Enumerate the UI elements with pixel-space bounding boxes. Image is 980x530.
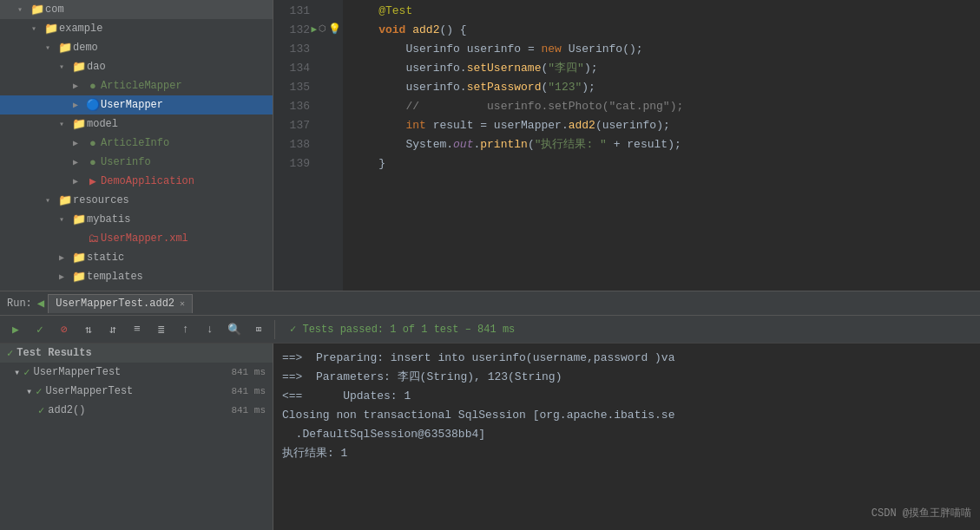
- tree-item-articleinfo[interactable]: ▶ ● ArticleInfo: [0, 134, 273, 153]
- run-indicator-icon: ◀: [37, 296, 44, 311]
- up-button[interactable]: ↑: [175, 320, 196, 339]
- line-numbers: 131 132 133 134 135 136 137 138 139: [273, 0, 317, 291]
- tree-item-demoapplication[interactable]: ▶ ▶ DemoApplication: [0, 172, 273, 191]
- rerun-button[interactable]: ✓: [30, 320, 50, 339]
- run-tab-usermappertest[interactable]: UserMapperTest.add2 ✕: [48, 294, 193, 313]
- tree-arrow: ▾: [17, 4, 30, 15]
- console-panel: ==> Preparing: insert into userinfo(user…: [273, 344, 980, 530]
- tree-arrow: ▾: [31, 23, 43, 34]
- collapse-button[interactable]: ≣: [151, 320, 172, 339]
- test-status-text: Tests passed: 1 of 1 test – 841 ms: [302, 324, 515, 336]
- code-line-136: // userinfo.setPhoto("cat.png");: [352, 97, 980, 116]
- tree-item-example[interactable]: ▾ 📁 example: [0, 19, 273, 38]
- folder-icon: 📁: [43, 22, 59, 36]
- console-line-1: ==> Preparing: insert into userinfo(user…: [282, 349, 971, 368]
- tree-item-usermapper[interactable]: ▶ 🔵 UserMapper: [0, 95, 273, 115]
- code-line-138: System.out.println("执行结果: " + result);: [352, 135, 980, 154]
- down-button[interactable]: ↓: [200, 320, 220, 339]
- folder-icon: 📁: [71, 213, 87, 226]
- stop-button[interactable]: ⊘: [54, 320, 75, 339]
- test-method-label: add2(): [48, 404, 85, 416]
- bottom-content: ✓ Test Results ▾ ✓ UserMapperTest 841 ms…: [0, 344, 980, 530]
- test-results-header: Test Results: [16, 347, 91, 359]
- tree-arrow: ▾: [59, 119, 71, 129]
- close-tab-button[interactable]: ✕: [180, 298, 185, 309]
- tree-item-demo[interactable]: ▾ 📁 demo: [0, 38, 273, 57]
- tree-item-static[interactable]: ▶ 📁 static: [0, 248, 273, 267]
- tree-arrow: ▶: [73, 100, 85, 110]
- tree-arrow: ▶: [59, 252, 71, 263]
- console-line-4: Closing non transactional SqlSession [or…: [282, 406, 971, 425]
- folder-icon: 📁: [57, 193, 73, 207]
- test-class-label-2: UserMapperTest: [45, 385, 133, 397]
- tree-item-templates[interactable]: ▶ 📁 templates: [0, 267, 273, 286]
- project-tree: ▾ 📁 com ▾ 📁 example ▾ 📁 demo ▾ 📁 dao: [0, 0, 273, 291]
- tree-arrow: ▾: [59, 214, 71, 225]
- sort-dur-button[interactable]: ⇵: [102, 320, 123, 339]
- expand-arrow-icon: ▾: [14, 366, 20, 379]
- tree-item-com[interactable]: ▾ 📁 com: [0, 0, 273, 19]
- tree-item-dao[interactable]: ▾ 📁 dao: [0, 57, 273, 76]
- test-result-usermappertest-1[interactable]: ▾ ✓ UserMapperTest 841 ms: [0, 363, 273, 382]
- code-line-139: }: [352, 154, 980, 173]
- test-time-3: 841 ms: [231, 405, 273, 415]
- tree-arrow: ▾: [45, 43, 57, 53]
- class-icon: ●: [85, 156, 101, 169]
- run-button[interactable]: ▶: [5, 320, 26, 339]
- code-line-131: @Test: [352, 2, 980, 21]
- test-result-add2[interactable]: ✓ add2() 841 ms: [0, 401, 273, 420]
- templates-label: templates: [87, 271, 143, 283]
- tree-item-usermapper-xml[interactable]: ▶ 🗂 UserMapper.xml: [0, 229, 273, 248]
- folder-icon: 📁: [71, 270, 87, 284]
- folder-icon: 📁: [71, 117, 87, 131]
- test-result-usermappertest-2[interactable]: ▾ ✓ UserMapperTest 841 ms: [0, 382, 273, 401]
- bottom-panel: Run: ◀ UserMapperTest.add2 ✕ ▶ ✓ ⊘ ⇅ ⇵ ≡…: [0, 291, 980, 530]
- tree-item-userinfo[interactable]: ▶ ● Userinfo: [0, 153, 273, 172]
- tree-item-articlemapper[interactable]: ▶ ● ArticleMapper: [0, 76, 273, 95]
- code-line-134: userinfo.setUsername("李四");: [352, 59, 980, 78]
- folder-icon: 📁: [71, 251, 87, 265]
- tree-arrow: ▶: [73, 81, 85, 91]
- tree-item-resources[interactable]: ▾ 📁 resources: [0, 191, 273, 210]
- xml-icon: 🗂: [85, 232, 101, 245]
- code-content[interactable]: @Test void add2() { Userinfo userinfo = …: [343, 0, 980, 291]
- check-icon: ✓: [23, 366, 30, 379]
- expand-button[interactable]: ≡: [127, 320, 148, 339]
- check-icon-green: ✓: [38, 404, 44, 417]
- tree-arrow: ▶: [73, 176, 85, 186]
- class-icon: ●: [85, 137, 101, 150]
- test-result-row-header[interactable]: ✓ Test Results: [0, 344, 273, 363]
- sort-alpha-button[interactable]: ⇅: [78, 320, 99, 339]
- code-editor[interactable]: 131 132 133 134 135 136 137 138 139 ▶ ⬡ …: [273, 0, 980, 291]
- search-button[interactable]: 🔍: [224, 320, 245, 339]
- run-icon[interactable]: ▶: [311, 23, 317, 35]
- editor-gutter: ▶ ⬡ 💡: [317, 0, 343, 291]
- check-icon: ✓: [7, 347, 13, 360]
- class-icon: ●: [85, 80, 101, 93]
- run-label: Run:: [7, 298, 32, 310]
- code-line-133: Userinfo userinfo = new Userinfo();: [352, 40, 980, 59]
- folder-icon: 📁: [57, 41, 73, 55]
- test-time-2: 841 ms: [231, 386, 273, 396]
- class-icon: 🔵: [85, 98, 101, 112]
- tree-item-model[interactable]: ▾ 📁 model: [0, 115, 273, 134]
- tree-arrow: ▶: [73, 157, 85, 167]
- filter-button[interactable]: ⌧: [248, 320, 269, 339]
- breakpoint-icon[interactable]: ⬡: [319, 23, 326, 34]
- tree-arrow: ▾: [45, 195, 57, 206]
- watermark: CSDN @摸鱼王胖喵喵: [871, 504, 971, 523]
- code-line-135: userinfo.setPassword("123");: [352, 78, 980, 97]
- tree-item-mybatis[interactable]: ▾ 📁 mybatis: [0, 210, 273, 229]
- run-toolbar: ▶ ✓ ⊘ ⇅ ⇵ ≡ ≣ ↑ ↓ 🔍 ⌧ ✓ Tests passed: 1 …: [0, 316, 980, 344]
- tree-arrow: ▾: [59, 62, 71, 72]
- check-icon: ✓: [290, 324, 302, 336]
- folder-icon: 📁: [71, 60, 87, 74]
- console-line-6: 执行结果: 1: [282, 444, 971, 463]
- hint-bulb-icon[interactable]: 💡: [328, 23, 341, 36]
- tree-arrow: ▶: [59, 272, 71, 282]
- check-icon: ✓: [36, 385, 42, 398]
- test-results-panel: ✓ Test Results ▾ ✓ UserMapperTest 841 ms…: [0, 344, 273, 530]
- folder-icon: 📁: [30, 3, 45, 16]
- test-status: ✓ Tests passed: 1 of 1 test – 841 ms: [290, 323, 515, 336]
- app-icon: ▶: [85, 174, 101, 188]
